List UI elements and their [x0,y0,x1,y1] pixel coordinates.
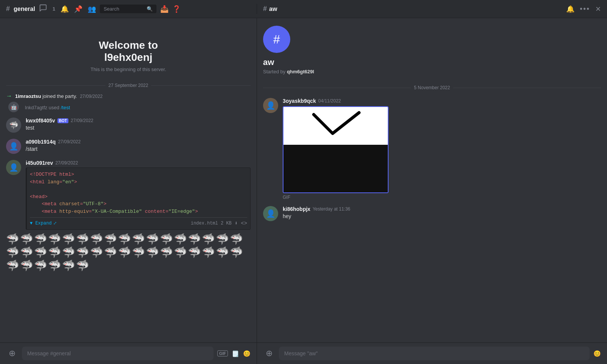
notifications-icon-right[interactable]: 🔔 [566,5,574,13]
date-divider-right: 5 November 2022 [257,82,607,93]
bot-badge: BOT [57,118,68,123]
timestamp-kwx: 27/09/2022 [71,118,93,123]
username-ki8[interactable]: ki86hobpjx [283,206,310,212]
lnkd-command[interactable]: /test [61,105,70,110]
message-3oy: 👤 3oyaskb9qck 04/11/2022 [257,96,607,201]
gif-label: GIF [283,195,601,200]
shark-emoji: 🦈 [174,233,187,245]
avatar-a09: 👤 [6,139,21,154]
pinned-icon[interactable]: 📌 [74,5,82,13]
shark-emoji: 🦈 [6,233,19,245]
shark-emoji: 🦈 [160,233,173,245]
shark-emoji: 🦈 [118,246,131,259]
shark-emoji: 🦈 [174,246,187,259]
inbox-icon[interactable]: 📥 [160,5,169,13]
message-content-i45: i45u091rev 27/09/2022 <!DOCTYPE html> <h… [26,160,251,230]
left-channel-name: general [14,6,35,12]
download-icon[interactable]: ⬇ [235,220,238,226]
svg-rect-0 [283,107,389,145]
shark-emoji: 🦈 [188,233,201,245]
shark-emoji: 🦈 [62,246,75,259]
join-username: 1imraoztsu [15,93,41,99]
shark-emoji: 🦈 [6,246,19,259]
timestamp-i45: 27/09/2022 [55,160,78,166]
username-kwx[interactable]: kwx0f8405v [26,118,55,124]
join-timestamp: 27/09/2022 [80,94,102,99]
shark-emoji: 🦈 [202,233,215,245]
code-view-icon[interactable]: <> [241,220,247,226]
message-content-ki8: ki86hobpjx Yesterday at 11:36 hey [283,206,601,221]
gif-svg [283,107,389,145]
more-icon[interactable]: ••• [580,5,590,13]
expand-button[interactable]: ▼ Expand ⤢ [30,221,57,226]
message-input-right[interactable] [279,347,590,360]
threads-icon[interactable] [39,4,47,14]
shark-emoji: 🦈 [20,233,33,245]
right-panel-info: # aw Started by qhm6gt629l [257,18,607,82]
search-bar[interactable]: Search 🔍 [100,5,156,13]
members-icon[interactable]: 👥 [88,5,96,13]
shark-emoji: 🦈 [132,246,145,259]
shark-emoji: 🦈 [90,233,103,245]
add-button-right[interactable]: ⊕ [263,347,275,359]
message-text-a09: /start [26,146,251,153]
message-content-kwx: kwx0f8405v BOT 27/09/2022 test [26,118,251,133]
join-message: → 1imraoztsu joined the party. 27/09/202… [0,91,257,101]
message-a09: 👤 a090b1914q 27/09/2022 /start [0,137,257,155]
right-header-icons: 🔔 ••• ✕ [566,5,601,13]
shark-emoji: 🦈 [34,246,47,259]
left-channel-header: # general 1 🔔 📌 👥 Search 🔍 📥 ❓ [0,4,257,14]
username-i45[interactable]: i45u091rev [26,160,53,166]
filename: index.html 2 KB [191,221,232,226]
main-content: Welcome to l9ehx0enj This is the beginni… [0,18,607,364]
username-a09[interactable]: a090b1914q [26,139,56,145]
sticker-icon[interactable]: 🗒️ [232,350,239,357]
right-channel-name: aw [263,57,274,67]
shark-emoji: 🦈 [104,233,117,245]
top-bar: # general 1 🔔 📌 👥 Search 🔍 📥 ❓ # aw 🔔 ••… [0,0,607,18]
lnkd-message-group: 🤖 lnkd7agtfz used /test [0,101,257,113]
avatar-3oy: 👤 [263,98,278,113]
hash-icon-right: # [263,5,267,13]
shark-emoji-grid: 🦈 🦈 🦈 🦈 🦈 🦈 🦈 🦈 🦈 🦈 🦈 🦈 🦈 🦈 🦈 🦈 🦈 🦈 🦈 [0,231,257,273]
shark-emoji: 🦈 [104,246,117,259]
welcome-header: Welcome to l9ehx0enj This is the beginni… [0,24,257,80]
right-channel-desc: Started by qhm6gt629l [263,69,314,74]
left-input-bar: ⊕ GIF 🗒️ 😊 [0,342,257,364]
shark-emoji: 🦈 [230,233,243,245]
emoji-icon-right[interactable]: 😊 [593,350,601,357]
welcome-subtitle: This is the beginning of this server. [8,67,249,72]
shark-emoji: 🦈 [62,259,75,272]
message-input-left[interactable] [22,347,214,360]
welcome-title: Welcome to l9ehx0enj [8,39,249,64]
right-channel-header-bar: # aw 🔔 ••• ✕ [257,5,607,13]
lnkd-avatar: 🤖 [8,102,19,112]
right-panel: # aw Started by qhm6gt629l 5 November 20… [257,18,607,364]
right-input-icons: 😊 [593,350,601,357]
gif-button[interactable]: GIF [217,350,228,356]
shark-emoji: 🦈 [132,233,145,245]
channel-started-by: qhm6gt629l [287,69,314,74]
search-placeholder: Search [104,6,119,12]
emoji-icon-left[interactable]: 😊 [243,350,251,357]
shark-emoji: 🦈 [146,233,159,245]
help-icon[interactable]: ❓ [172,5,181,13]
shark-emoji: 🦈 [160,246,173,259]
message-content-a09: a090b1914q 27/09/2022 /start [26,139,251,154]
join-arrow-icon: → [6,93,12,99]
shark-emoji: 🦈 [146,246,159,259]
date-divider-left: 27 September 2022 [0,80,257,91]
avatar-kwx: 🦈 [6,118,21,133]
lnkd-text: lnkd7agtfz used [25,105,61,110]
right-input-bar: ⊕ 😊 [257,342,607,364]
avatar-i45: 👤 [6,160,21,175]
shark-emoji: 🦈 [20,259,33,272]
code-block: <!DOCTYPE html> <html lang="en"> <head> … [26,167,251,230]
add-button-left[interactable]: ⊕ [6,347,18,359]
username-3oy[interactable]: 3oyaskb9qck [283,98,316,104]
right-messages-area: 5 November 2022 👤 3oyaskb9qck 04/11/2022 [257,82,607,342]
close-icon[interactable]: ✕ [595,5,601,13]
message-kwx: 🦈 kwx0f8405v BOT 27/09/2022 test [0,116,257,134]
notifications-icon-left[interactable]: 🔔 [60,5,69,13]
shark-emoji: 🦈 [48,233,61,245]
